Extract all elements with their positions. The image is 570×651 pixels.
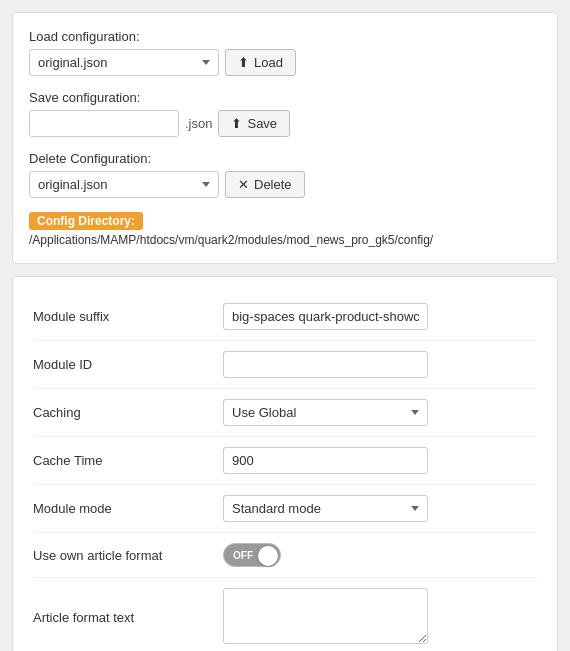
caching-control: Use Global No Caching Cached (223, 399, 537, 426)
load-config-select[interactable]: original.json (29, 49, 219, 76)
config-dir-section: Config Directory: /Applications/MAMP/htd… (29, 212, 541, 247)
save-icon: ⬆ (231, 116, 242, 131)
json-suffix: .json (185, 116, 212, 131)
load-config-label: Load configuration: (29, 29, 541, 44)
module-mode-select[interactable]: Standard mode Advanced mode (223, 495, 428, 522)
module-mode-row: Module mode Standard mode Advanced mode (33, 485, 537, 533)
save-config-label: Save configuration: (29, 90, 541, 105)
article-format-control (223, 588, 537, 647)
delete-button[interactable]: ✕ Delete (225, 171, 305, 198)
module-id-input[interactable] (223, 351, 428, 378)
module-mode-label: Module mode (33, 501, 223, 516)
save-config-group: Save configuration: .json ⬆ Save (29, 90, 541, 137)
cache-time-control (223, 447, 537, 474)
save-button[interactable]: ⬆ Save (218, 110, 290, 137)
toggle-off-text: OFF (233, 550, 253, 561)
caching-select[interactable]: Use Global No Caching Cached (223, 399, 428, 426)
load-config-group: Load configuration: original.json ⬆ Load (29, 29, 541, 76)
caching-label: Caching (33, 405, 223, 420)
upload-icon: ⬆ (238, 55, 249, 70)
module-suffix-input[interactable] (223, 303, 428, 330)
module-suffix-row: Module suffix (33, 293, 537, 341)
delete-config-group: Delete Configuration: original.json ✕ De… (29, 151, 541, 198)
module-suffix-label: Module suffix (33, 309, 223, 324)
module-id-control (223, 351, 537, 378)
load-button[interactable]: ⬆ Load (225, 49, 296, 76)
delete-config-label: Delete Configuration: (29, 151, 541, 166)
cache-time-label: Cache Time (33, 453, 223, 468)
toggle-switch[interactable]: OFF (223, 543, 281, 567)
article-format-textarea[interactable] (223, 588, 428, 644)
use-own-format-control: OFF (223, 543, 537, 567)
config-dir-label: Config Directory: (29, 212, 143, 230)
article-format-label: Article format text (33, 610, 223, 625)
settings-panel: Module suffix Module ID Caching Use Glob… (12, 276, 558, 651)
module-suffix-control (223, 303, 537, 330)
cache-time-row: Cache Time (33, 437, 537, 485)
save-config-input[interactable] (29, 110, 179, 137)
cache-time-input[interactable] (223, 447, 428, 474)
module-mode-control: Standard mode Advanced mode (223, 495, 537, 522)
module-id-row: Module ID (33, 341, 537, 389)
config-panel: Load configuration: original.json ⬆ Load… (12, 12, 558, 264)
article-format-row: Article format text (33, 578, 537, 651)
delete-config-select[interactable]: original.json (29, 171, 219, 198)
config-dir-path: /Applications/MAMP/htdocs/vm/quark2/modu… (29, 233, 541, 247)
toggle-knob (258, 546, 278, 566)
use-own-format-row: Use own article format OFF (33, 533, 537, 578)
module-id-label: Module ID (33, 357, 223, 372)
caching-row: Caching Use Global No Caching Cached (33, 389, 537, 437)
delete-icon: ✕ (238, 177, 249, 192)
use-own-format-label: Use own article format (33, 548, 223, 563)
